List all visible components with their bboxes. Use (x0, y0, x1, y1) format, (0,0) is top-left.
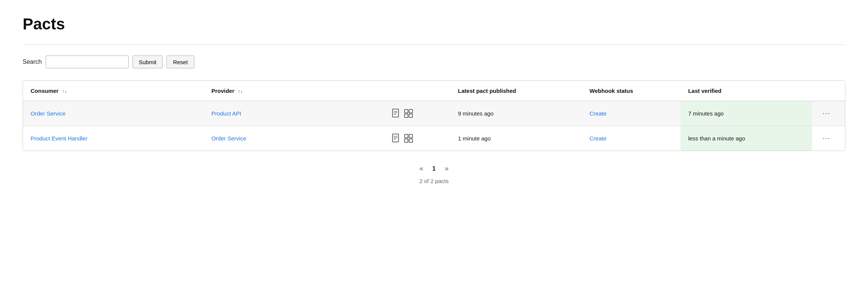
col-header-webhook: Webhook status (582, 81, 680, 101)
table-header-row: Consumer ↑↓ Provider ↑↓ Latest pact publ… (23, 81, 845, 101)
consumer-link[interactable]: Order Service (31, 110, 66, 117)
search-bar: Search Submit Reset (23, 55, 845, 68)
pacts-table-container: Consumer ↑↓ Provider ↑↓ Latest pact publ… (23, 80, 845, 151)
pagination-page: 1 (432, 165, 436, 172)
col-header-actions (812, 81, 845, 101)
pacts-table: Consumer ↑↓ Provider ↑↓ Latest pact publ… (23, 81, 845, 151)
pact-icons-cell (385, 101, 450, 126)
pact-icons-cell (385, 126, 450, 151)
submit-button[interactable]: Submit (132, 55, 163, 68)
svg-rect-6 (405, 114, 408, 117)
table-row: Product Event HandlerOrder Service 1 min… (23, 126, 845, 151)
col-header-icons (385, 81, 450, 101)
grid-icon[interactable] (404, 109, 413, 118)
page-title: Pacts (23, 15, 845, 33)
last-verified-cell: 7 minutes ago (680, 101, 812, 126)
webhook-create-link[interactable]: Create (589, 110, 606, 117)
provider-link[interactable]: Product API (211, 110, 241, 117)
pagination: « 1 » (23, 163, 845, 174)
more-actions-button[interactable]: ··· (820, 108, 834, 119)
svg-rect-5 (409, 109, 412, 113)
row-actions-cell: ··· (812, 101, 845, 126)
latest-pact-cell: 9 minutes ago (451, 101, 582, 126)
pagination-next[interactable]: » (442, 163, 451, 174)
webhook-status-cell: Create (582, 126, 680, 151)
provider-link[interactable]: Order Service (211, 135, 246, 142)
webhook-status-cell: Create (582, 101, 680, 126)
document-icon[interactable] (392, 109, 400, 119)
consumer-link[interactable]: Product Event Handler (31, 135, 88, 142)
search-label: Search (23, 59, 42, 65)
last-verified-cell: less than a minute ago (680, 126, 812, 151)
reset-button[interactable]: Reset (166, 55, 194, 68)
svg-rect-4 (405, 109, 408, 113)
svg-rect-12 (405, 134, 408, 138)
svg-rect-7 (409, 114, 412, 117)
search-input[interactable] (46, 55, 129, 68)
svg-rect-13 (409, 134, 412, 138)
row-actions-cell: ··· (812, 126, 845, 151)
more-actions-button[interactable]: ··· (820, 133, 834, 144)
col-header-latest: Latest pact published (451, 81, 582, 101)
latest-pact-cell: 1 minute ago (451, 126, 582, 151)
col-header-verified: Last verified (680, 81, 812, 101)
table-row: Order ServiceProduct API 9 minutes agoCr… (23, 101, 845, 126)
webhook-create-link[interactable]: Create (589, 135, 606, 142)
col-header-consumer: Consumer ↑↓ (23, 81, 204, 101)
pagination-summary: 2 of 2 pacts (23, 178, 845, 184)
svg-rect-15 (409, 139, 412, 142)
document-icon[interactable] (392, 134, 400, 143)
divider (23, 45, 845, 45)
sort-icon-provider[interactable]: ↑↓ (238, 88, 243, 94)
sort-icon-consumer[interactable]: ↑↓ (62, 88, 67, 94)
grid-icon[interactable] (404, 134, 413, 143)
col-header-provider: Provider ↑↓ (204, 81, 385, 101)
svg-rect-14 (405, 139, 408, 142)
pagination-prev[interactable]: « (417, 163, 426, 174)
